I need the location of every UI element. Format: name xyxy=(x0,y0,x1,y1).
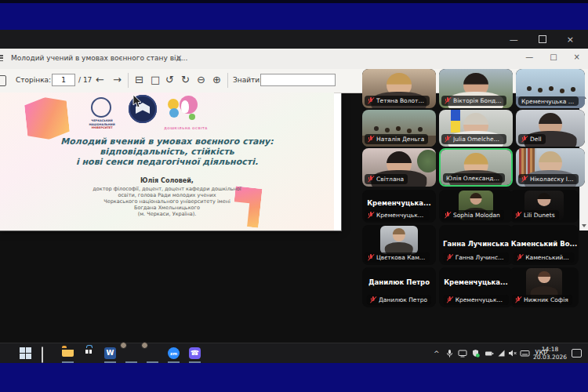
viber-icon[interactable]: ☎ xyxy=(189,347,201,359)
tray-date: 20.03.2026 xyxy=(533,354,567,361)
participant-tile[interactable]: Цвєткова Каміла xyxy=(362,225,436,265)
participant-tile[interactable]: Julia Omelchenko xyxy=(439,110,513,147)
touch-keyboard-icon[interactable] xyxy=(520,343,530,363)
open-app-indicator xyxy=(147,361,158,363)
muted-mic-icon xyxy=(521,176,528,183)
shared-screen-window: — × Молодий учений в умовах воєнного ста… xyxy=(0,30,588,362)
muted-mic-icon xyxy=(368,136,374,143)
participant-tile[interactable]: Ганна Лучинська Ганна Лучинська xyxy=(439,225,513,265)
slide-title-line: і нові сенси педагогічної діяльності. xyxy=(0,157,334,167)
start-button[interactable] xyxy=(20,347,31,359)
menu-icon[interactable] xyxy=(0,55,3,62)
zoom-out-button[interactable]: ⊖ xyxy=(197,74,205,85)
slide-author-name: Юлія Соловей, xyxy=(0,177,334,184)
participant-name-label: Ганна Лучинська xyxy=(456,254,505,261)
next-page-button[interactable]: → xyxy=(113,74,122,85)
task-view-icon[interactable] xyxy=(41,347,53,359)
page-total: / 17 xyxy=(78,76,92,84)
participant-tile[interactable]: Данилюк Петро Данилюк Петро xyxy=(362,267,436,307)
find-input[interactable] xyxy=(260,74,336,86)
participant-tile[interactable]: Нижник Софія xyxy=(510,267,579,307)
zoom-in-button[interactable]: ⊕ xyxy=(212,74,221,85)
action-center-icon[interactable] xyxy=(572,349,582,358)
taskbar: W zm ☎ ^ УКР 14:18 20.03.2026 xyxy=(0,343,588,363)
cast-display-icon[interactable] xyxy=(458,343,467,363)
participant-name-label: Вікторія Бондар xyxy=(453,97,503,104)
participant-name-label: Цвєткова Каміла xyxy=(376,254,426,261)
window-titlebar: — × xyxy=(0,30,588,49)
muted-mic-icon xyxy=(370,296,376,304)
network-signal-icon[interactable] xyxy=(497,343,506,363)
tray-expand-icon[interactable]: ^ xyxy=(434,343,440,363)
participant-tile[interactable]: Lili Dunets xyxy=(510,190,579,223)
profile-badge xyxy=(141,342,148,349)
tab-close-icon[interactable]: × xyxy=(176,53,182,62)
participant-display-name: Каменський Во... xyxy=(510,240,579,248)
participant-name-label: Julia Omelchenko xyxy=(453,136,503,143)
single-page-button[interactable]: □ xyxy=(151,74,160,85)
active-speaker-tile[interactable]: Юлія Олександрівна Со... xyxy=(439,148,513,187)
clock[interactable]: 14:18 20.03.2026 xyxy=(533,346,567,361)
university-crest-caption: ЧЕРКАСЬКИЙ НАЦІОНАЛЬНИЙ УНІВЕРСИТЕТ xyxy=(80,119,124,130)
participant-tile[interactable]: Вікторія Бондар xyxy=(439,69,513,108)
participant-tile[interactable]: Тетяна Волотовська xyxy=(362,69,436,108)
muted-mic-icon xyxy=(445,97,451,105)
open-app-indicator xyxy=(125,361,137,363)
open-app-indicator xyxy=(189,361,201,363)
rotate-left-button[interactable]: ↺ xyxy=(165,74,174,85)
word-icon[interactable]: W xyxy=(104,347,116,359)
participant-name-label: Кременчуцька гуман... xyxy=(376,212,426,219)
pdf-tab-title[interactable]: Молодий учений в умовах воєнного стану в… xyxy=(11,54,187,62)
restore-button[interactable] xyxy=(539,35,546,43)
file-explorer-icon[interactable] xyxy=(62,347,74,359)
slide-title-line: Молодий вчений в умовах воєнного стану: xyxy=(0,136,334,147)
preschool-logo-caption: ДОШКІЛЬНА ОСВІТА xyxy=(162,126,210,130)
pdf-tab-bar[interactable]: Молодий учений в умовах воєнного стану в… xyxy=(0,49,342,70)
participant-tile[interactable]: Dell xyxy=(516,110,585,147)
slide-author-line: освіти, голова Ради молодих учених xyxy=(0,192,334,198)
facing-pages-button[interactable]: ⊟ xyxy=(135,74,143,85)
participant-tile[interactable]: Каменський Во... Каменський Володи... xyxy=(510,225,579,265)
screen-top-edge xyxy=(0,0,588,3)
participant-name-label: Юлія Олександрівна Со... xyxy=(446,175,501,182)
muted-mic-icon xyxy=(517,254,523,262)
close-button[interactable]: × xyxy=(567,35,574,44)
desktop: { "colors":{"desktop_bg":"#0a0a78","meet… xyxy=(0,0,588,392)
participant-tile[interactable]: Світлана xyxy=(362,148,436,187)
volume-muted-icon[interactable] xyxy=(508,343,517,363)
muted-mic-icon xyxy=(368,254,374,262)
participant-video xyxy=(380,226,418,254)
participant-name-label: Ніколаєску Інна Олек... xyxy=(530,176,575,183)
university-crest-logo xyxy=(91,97,111,118)
rotate-right-button[interactable]: ↻ xyxy=(181,74,190,85)
participant-tile[interactable]: Sophia Molodan xyxy=(439,190,513,223)
participant-name-label: Lili Dunets xyxy=(524,212,555,219)
microphone-tray-icon[interactable] xyxy=(445,343,454,363)
security-shield-icon[interactable] xyxy=(471,343,481,363)
participant-tile[interactable]: Кременчуцька... Кременчуцька гуман... xyxy=(362,190,436,223)
participant-tile[interactable]: Кременчуцька... Кременчуцька гуман... xyxy=(439,267,513,307)
minimize-button[interactable]: — xyxy=(510,35,518,44)
previous-page-button[interactable]: ← xyxy=(96,74,104,85)
muted-mic-icon xyxy=(515,212,521,220)
tray-time: 14:18 xyxy=(542,346,559,353)
page-label: Сторінка: xyxy=(16,76,51,84)
participant-tile[interactable]: Кременчуцька гуманіта... xyxy=(516,69,585,108)
slide-author-line: Богдана Хмельницького xyxy=(0,205,334,211)
participant-tile[interactable]: Наталія Деньга xyxy=(362,110,436,147)
slide-author-line: Черкаського національного університету і… xyxy=(0,198,334,205)
battery-icon[interactable] xyxy=(485,343,494,363)
microsoft-store-icon[interactable] xyxy=(83,347,95,359)
participant-tile[interactable]: Ніколаєску Інна Олек... xyxy=(516,148,585,187)
zoom-app-icon[interactable]: zm xyxy=(168,347,180,359)
slide-author-line: (м. Черкаси, Україна). xyxy=(0,211,334,217)
page-number-input[interactable] xyxy=(52,74,75,86)
print-icon[interactable] xyxy=(0,75,6,86)
muted-mic-icon xyxy=(447,296,453,304)
muted-mic-icon xyxy=(515,296,521,304)
slide-decoration-left xyxy=(24,95,70,141)
open-app-indicator xyxy=(104,361,116,363)
meeting-stage: Молодий учений в умовах воєнного стану в… xyxy=(0,49,588,343)
preschool-education-logo xyxy=(168,95,204,125)
pdf-toolbar: Сторінка: / 17 ← → ⊟ □ ↺ ↻ ⊖ ⊕ Знайти: xyxy=(0,69,342,93)
